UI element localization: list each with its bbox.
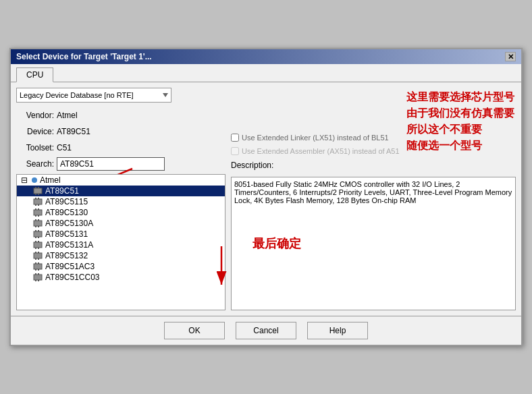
device-list-item[interactable]: AT89C5131	[17, 229, 225, 240]
svg-rect-42	[35, 273, 36, 275]
svg-rect-26	[34, 242, 42, 248]
button-row: OK Cancel Help	[11, 316, 521, 345]
close-button[interactable]: ✕	[505, 52, 516, 61]
svg-rect-1	[34, 188, 42, 194]
dialog-window: Select Device for Target 'Target 1'... ✕…	[9, 48, 523, 346]
device-list-item[interactable]: AT89C51	[17, 186, 225, 196]
vendor-row: Vendor: Atmel	[16, 109, 225, 121]
svg-rect-36	[34, 264, 42, 269]
chip-icon	[33, 229, 43, 239]
cancel-button[interactable]: Cancel	[236, 322, 296, 339]
chip-icon	[33, 197, 43, 206]
search-row: Search:	[16, 158, 225, 170]
device-list-container: ⊟ Atmel AT89C51AT89C5115AT89C5130AT89C51…	[16, 174, 225, 310]
search-label: Search:	[16, 159, 54, 169]
svg-rect-2	[35, 187, 36, 188]
svg-rect-29	[35, 248, 36, 249]
dialog-title: Select Device for Target 'Target 1'...	[16, 52, 152, 61]
svg-rect-3	[38, 187, 39, 188]
checkbox-linker[interactable]	[231, 134, 239, 142]
svg-rect-34	[35, 258, 36, 260]
vendor-value: Atmel	[57, 111, 78, 120]
svg-rect-5	[38, 194, 39, 195]
group-name: Atmel	[40, 175, 61, 185]
vendor-label: Vendor:	[16, 111, 54, 120]
right-panel: Use Extended Linker (LX51) instead of BL…	[231, 88, 516, 310]
device-list-item[interactable]: AT89C5115	[17, 196, 225, 207]
toolset-value: C51	[57, 143, 72, 152]
svg-rect-41	[34, 275, 42, 280]
svg-rect-32	[35, 252, 36, 253]
svg-rect-8	[38, 198, 39, 199]
left-panel: Legacy Device Database [no RTE] Vendor: …	[16, 88, 225, 310]
svg-rect-45	[38, 280, 39, 281]
device-name: AT89C5130A	[45, 219, 93, 228]
search-input[interactable]	[57, 157, 165, 171]
svg-rect-43	[38, 273, 39, 275]
svg-rect-22	[35, 230, 36, 231]
svg-rect-25	[38, 237, 39, 238]
db-row: Legacy Device Database [no RTE]	[16, 88, 225, 103]
device-list-item[interactable]: AT89C5130	[17, 207, 225, 218]
device-name: AT89C5131	[45, 229, 88, 239]
checkbox-linker-row: Use Extended Linker (LX51) instead of BL…	[231, 134, 516, 142]
svg-rect-20	[38, 226, 39, 227]
chip-icon	[33, 273, 43, 282]
help-button[interactable]: Help	[307, 322, 368, 339]
checkbox-assembler[interactable]	[231, 147, 239, 155]
svg-rect-39	[35, 269, 36, 271]
svg-rect-23	[38, 230, 39, 231]
device-list-item[interactable]: AT89C51AC3	[17, 261, 225, 272]
svg-rect-37	[35, 262, 36, 264]
svg-rect-15	[38, 215, 39, 217]
title-bar: Select Device for Target 'Target 1'... ✕	[11, 49, 521, 64]
svg-rect-10	[38, 204, 39, 206]
device-name: AT89C5115	[45, 197, 88, 206]
description-box: 8051-based Fully Static 24MHz CMOS contr…	[231, 177, 516, 310]
device-list-item[interactable]: AT89C5132	[17, 250, 225, 261]
svg-rect-33	[38, 252, 39, 253]
svg-rect-13	[38, 208, 39, 210]
svg-rect-31	[34, 253, 42, 258]
svg-rect-7	[35, 198, 36, 199]
svg-rect-17	[35, 219, 36, 221]
device-list-item[interactable]: AT89C5130A	[17, 218, 225, 229]
group-dot-icon	[32, 177, 37, 183]
svg-rect-30	[38, 248, 39, 249]
checkbox-assembler-row: Use Extended Assembler (AX51) instead of…	[231, 147, 516, 155]
svg-rect-19	[35, 226, 36, 227]
svg-rect-44	[35, 280, 36, 281]
svg-rect-4	[35, 194, 36, 195]
chip-icon	[33, 240, 43, 250]
tab-row: CPU	[11, 64, 521, 82]
device-list[interactable]: ⊟ Atmel AT89C51AT89C5115AT89C5130AT89C51…	[17, 175, 225, 310]
toolset-label: Toolset:	[16, 143, 54, 152]
database-select[interactable]: Legacy Device Database [no RTE]	[16, 88, 171, 103]
svg-rect-40	[38, 269, 39, 271]
chip-icon	[33, 219, 43, 228]
checkbox-assembler-label: Use Extended Assembler (AX51) instead of…	[242, 147, 400, 155]
chip-icon	[33, 208, 43, 217]
svg-rect-11	[34, 210, 42, 215]
description-label: Description:	[231, 161, 516, 170]
device-label: Device:	[16, 127, 54, 136]
svg-rect-35	[38, 258, 39, 260]
svg-rect-6	[34, 199, 42, 204]
device-list-item[interactable]: AT89C5131A	[17, 240, 225, 250]
ok-button[interactable]: OK	[164, 322, 225, 339]
svg-rect-28	[38, 241, 39, 242]
chip-icon	[33, 251, 43, 260]
toolset-row: Toolset: C51	[16, 142, 225, 154]
svg-rect-9	[35, 204, 36, 206]
dialog-body: CPU 这里需要选择芯片型号 由于我们没有仿真需要 所以这个不重要 随便选一个型…	[11, 64, 521, 345]
device-name: AT89C51AC3	[45, 262, 95, 271]
device-group-atmel[interactable]: ⊟ Atmel	[17, 175, 225, 186]
svg-rect-14	[35, 215, 36, 217]
device-list-item[interactable]: AT89C51CC03	[17, 272, 225, 283]
device-name: AT89C5132	[45, 251, 88, 260]
expand-icon: ⊟	[20, 175, 29, 185]
chip-icon	[33, 186, 43, 196]
device-name: AT89C51	[45, 186, 79, 196]
tab-cpu[interactable]: CPU	[16, 67, 53, 82]
svg-rect-21	[34, 231, 42, 237]
